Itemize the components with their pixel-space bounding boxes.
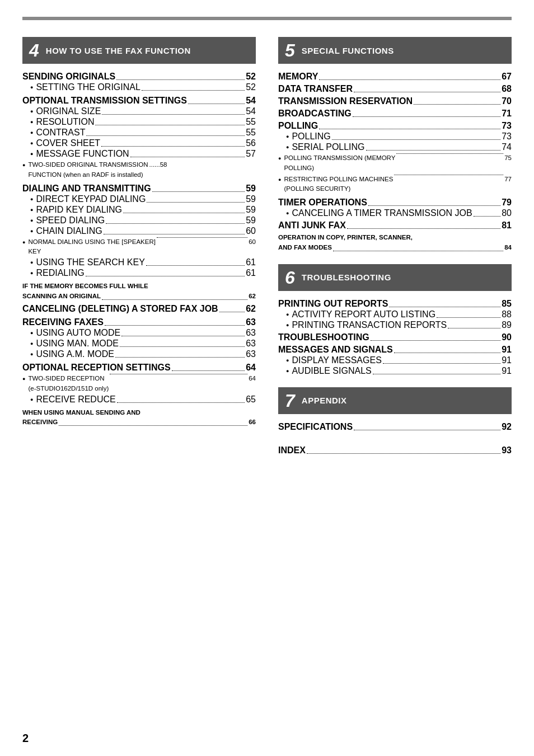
section-6-header: 6 TROUBLESHOOTING xyxy=(278,264,512,291)
toc-polling: POLLING 73 xyxy=(278,121,512,131)
toc-setting-original: ● SETTING THE ORIGINAL 52 xyxy=(22,82,256,92)
toc-man-mode: ● USING MAN. MODE 63 xyxy=(22,339,256,349)
toc-search-key: ● USING THE SEARCH KEY 61 xyxy=(22,257,256,267)
toc-redialing: ● REDIALING 61 xyxy=(22,268,256,278)
section-7-number: 7 xyxy=(285,392,295,410)
right-column: 5 SPECIAL FUNCTIONS MEMORY 67 DATA TRANS… xyxy=(278,37,512,456)
left-column: 4 HOW TO USE THE FAX FUNCTION SENDING OR… xyxy=(22,37,256,456)
toc-rapid-key: ● RAPID KEY DIALING 59 xyxy=(22,205,256,215)
toc-receive-reduce: ● RECEIVE REDUCE 65 xyxy=(22,395,256,405)
section-6-title: TROUBLESHOOTING xyxy=(302,273,391,282)
toc-serial-polling: ● SERIAL POLLING 74 xyxy=(278,142,512,152)
toc-canceling: CANCELING (DELETING) A STORED FAX JOB 62 xyxy=(22,304,256,314)
toc-specifications: SPECIFICATIONS 92 xyxy=(278,422,512,432)
section-6-number: 6 xyxy=(285,269,295,287)
top-bar xyxy=(22,17,512,20)
spacer xyxy=(278,432,512,445)
section-4-number: 4 xyxy=(29,41,39,59)
toc-polling-transmission: ● POLLING TRANSMISSION (MEMORYPOLLING) 7… xyxy=(278,153,512,173)
toc-timer-operations: TIMER OPERATIONS 79 xyxy=(278,198,512,208)
toc-broadcasting: BROADCASTING 71 xyxy=(278,109,512,119)
toc-canceling-timer: ● CANCELING A TIMER TRANSMISSION JOB 80 xyxy=(278,208,512,218)
toc-optional-reception: OPTIONAL RECEPTION SETTINGS 64 xyxy=(22,363,256,373)
section-5-number: 5 xyxy=(285,41,295,59)
toc-two-sided-original: ● TWO-SIDED ORIGINAL TRANSMISSIONFUNCTIO… xyxy=(22,160,256,180)
toc-troubleshooting: TROUBLESHOOTING 90 xyxy=(278,332,512,342)
toc-restricting-polling: ● RESTRICTING POLLING MACHINES(POLLING S… xyxy=(278,175,512,195)
toc-data-transfer: DATA TRANSFER 68 xyxy=(278,84,512,94)
main-content: 4 HOW TO USE THE FAX FUNCTION SENDING OR… xyxy=(22,37,512,456)
toc-optional-transmission: OPTIONAL TRANSMISSION SETTINGS 54 xyxy=(22,96,256,106)
toc-printing-reports: PRINTING OUT REPORTS 85 xyxy=(278,299,512,309)
toc-original-size: ● ORIGINAL SIZE 54 xyxy=(22,106,256,116)
toc-receiving-faxes: RECEIVING FAXES 63 xyxy=(22,317,256,327)
toc-resolution: ● RESOLUTION 55 xyxy=(22,117,256,127)
toc-am-mode: ● USING A.M. MODE 63 xyxy=(22,349,256,359)
toc-normal-dialing: ● NORMAL DIALING USING THE [SPEAKER]KEY … xyxy=(22,237,256,257)
toc-message-function: ● MESSAGE FUNCTION 57 xyxy=(22,149,256,159)
section-7-title: APPENDIX xyxy=(302,396,347,405)
section-4-header: 4 HOW TO USE THE FAX FUNCTION xyxy=(22,37,256,64)
toc-transmission-reservation: TRANSMISSION RESERVATION 70 xyxy=(278,96,512,106)
toc-polling-sub: ● POLLING 73 xyxy=(278,132,512,142)
toc-memory: MEMORY 67 xyxy=(278,72,512,82)
toc-audible-signals: ● AUDIBLE SIGNALS 91 xyxy=(278,366,512,376)
toc-cover-sheet: ● COVER SHEET 56 xyxy=(22,138,256,148)
section-7-header: 7 APPENDIX xyxy=(278,387,512,414)
section-4-title: HOW TO USE THE FAX FUNCTION xyxy=(46,46,191,55)
toc-direct-keypad: ● DIRECT KEYPAD DIALING 59 xyxy=(22,194,256,204)
toc-sending-originals: SENDING ORIGINALS 52 xyxy=(22,72,256,82)
section-5-header: 5 SPECIAL FUNCTIONS xyxy=(278,37,512,64)
toc-display-messages: ● DISPLAY MESSAGES 91 xyxy=(278,355,512,365)
toc-manual-sending: WHEN USING MANUAL SENDING AND RECEIVING … xyxy=(22,408,256,428)
toc-two-sided-reception: ● TWO-SIDED RECEPTION(e-STUDIO162D/151D … xyxy=(22,374,256,394)
toc-chain-dialing: ● CHAIN DIALING 60 xyxy=(22,226,256,236)
toc-contrast: ● CONTRAST 55 xyxy=(22,128,256,138)
toc-memory-full: IF THE MEMORY BECOMES FULL WHILE SCANNIN… xyxy=(22,281,256,302)
toc-speed-dialing: ● SPEED DIALING 59 xyxy=(22,215,256,226)
page-number: 2 xyxy=(22,732,29,745)
toc-anti-junk: ANTI JUNK FAX 81 xyxy=(278,220,512,231)
toc-index: INDEX 93 xyxy=(278,445,512,456)
section-5-title: SPECIAL FUNCTIONS xyxy=(302,46,394,55)
toc-auto-mode: ● USING AUTO MODE 63 xyxy=(22,328,256,338)
toc-operation-copy: OPERATION IN COPY, PRINTER, SCANNER, AND… xyxy=(278,233,512,253)
toc-dialing-transmitting: DIALING AND TRANSMITTING 59 xyxy=(22,184,256,194)
toc-messages-signals: MESSAGES AND SIGNALS 91 xyxy=(278,345,512,355)
toc-printing-transaction: ● PRINTING TRANSACTION REPORTS 89 xyxy=(278,320,512,330)
toc-activity-report: ● ACTIVITY REPORT AUTO LISTING 88 xyxy=(278,309,512,320)
